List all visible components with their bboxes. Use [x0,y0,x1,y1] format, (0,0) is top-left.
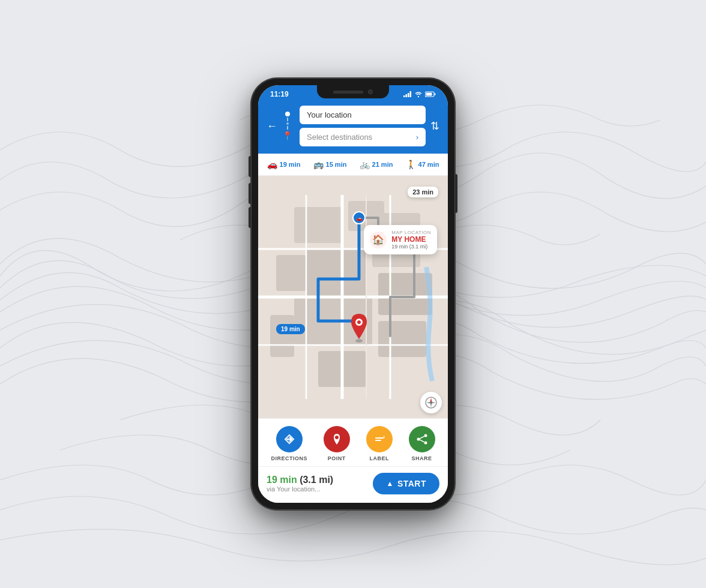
directions-icon [283,433,296,446]
svg-point-41 [417,438,420,441]
tab-walk[interactable]: 🚶 47 min [402,158,443,170]
origin-input[interactable]: Your location [300,106,426,124]
tab-car[interactable]: 🚗 19 min [264,158,304,170]
directions-label: DIRECTIONS [271,455,307,461]
back-button[interactable]: ← [267,120,277,133]
tab-bus[interactable]: 🚌 15 min [310,158,351,170]
svg-rect-3 [410,91,412,97]
popup-label-main: MY HOME [391,235,431,244]
share-label: SHARE [412,455,432,461]
popup-home-icon: 🏠 [370,232,387,248]
svg-rect-6 [426,93,432,96]
notch [317,85,389,98]
dot-mid-1 [286,122,289,125]
status-time: 11:19 [270,90,289,98]
svg-point-29 [357,320,361,324]
car-icon: 🚗 [267,160,277,169]
svg-line-44 [420,440,424,442]
map-area[interactable]: 🚗 23 min 19 min 🏠 MAP LOCATION [258,176,448,418]
map-svg: 🚗 [258,176,448,418]
chevron-right-icon: › [416,133,418,142]
point-icon [330,433,343,446]
label-button[interactable]: LABEL [366,426,393,461]
location-inputs: ← 📍 Your location Select destinatio [267,106,439,146]
start-label: START [397,479,426,488]
svg-rect-12 [276,255,306,291]
svg-rect-16 [270,315,294,357]
wifi-icon [415,91,422,97]
directions-button[interactable]: DIRECTIONS [271,426,307,461]
trip-info: 19 min (3.1 mi) via Your location... [267,475,333,493]
origin-dot [285,112,290,116]
connector-line-1 [287,118,288,121]
battery-icon [425,91,436,97]
svg-point-36 [335,436,339,439]
connector-line-2 [287,126,288,130]
bike-time: 21 min [372,161,393,168]
svg-rect-8 [294,207,342,243]
label-circle [366,426,393,452]
point-button[interactable]: POINT [324,426,350,461]
share-circle [409,426,435,452]
screen: 11:19 [258,85,448,503]
compass-button[interactable] [420,392,442,413]
share-button[interactable]: SHARE [409,426,435,461]
svg-point-27 [355,339,363,343]
swap-button[interactable]: ⇅ [430,119,439,133]
signal-icon [403,91,412,97]
svg-line-43 [420,436,424,439]
phone-frame: 11:19 [251,78,455,510]
point-circle [324,426,350,452]
svg-rect-2 [408,93,409,97]
compass-icon [425,397,437,409]
destination-input[interactable]: Select destinations › [300,128,426,146]
car-time: 19 min [280,161,301,168]
status-icons [403,91,436,97]
app-header: ← 📍 Your location Select destinatio [258,101,448,154]
svg-rect-1 [406,94,408,97]
popup-sub-text: 19 min (3.1 mi) [391,244,431,250]
popup-content: MAP LOCATION MY HOME 19 min (3.1 mi) [391,230,431,250]
phone-mockup: 11:19 [251,78,455,510]
label-label: LABEL [369,455,389,461]
svg-rect-15 [378,321,426,357]
directions-circle [276,426,303,452]
start-button[interactable]: ▲ START [373,473,439,494]
walk-time: 47 min [418,161,439,168]
bottom-bar: 19 min (3.1 mi) via Your location... ▲ S… [258,466,448,503]
svg-rect-37 [375,437,384,439]
trip-time: 19 min (3.1 mi) [267,475,333,485]
point-label: POINT [328,455,346,461]
svg-rect-5 [435,94,436,95]
share-icon [415,433,429,446]
svg-rect-13 [378,273,432,315]
walk-icon: 🚶 [406,160,416,169]
origin-text: Your location [307,110,352,119]
navigation-icon: ▲ [386,479,393,488]
transport-tabs: 🚗 19 min 🚌 15 min 🚲 21 min 🚶 47 min [258,154,448,176]
location-popup[interactable]: 🏠 MAP LOCATION MY HOME 19 min (3.1 mi) [364,225,437,254]
svg-point-42 [424,442,427,445]
svg-rect-10 [306,249,366,297]
tab-bike[interactable]: 🚲 21 min [356,158,397,170]
svg-marker-38 [384,435,385,438]
svg-rect-39 [375,440,381,441]
bus-time: 15 min [326,161,347,168]
svg-point-40 [424,434,427,437]
svg-rect-0 [403,95,405,97]
bus-icon: 🚌 [313,160,324,169]
inputs-column: Your location Select destinations › [300,106,426,146]
speaker [333,91,363,94]
destination-placeholder: Select destinations [307,133,372,142]
route-duration-badge: 19 min [276,324,305,334]
popup-label-small: MAP LOCATION [391,230,431,235]
destination-pin-icon: 📍 [282,131,292,140]
action-buttons: DIRECTIONS POINT [258,418,448,466]
route-time-badge: 23 min [408,187,438,197]
svg-text:🚗: 🚗 [356,215,363,222]
front-camera [368,89,373,94]
bike-icon: 🚲 [360,160,370,169]
trip-via: via Your location... [267,485,333,493]
label-icon [373,433,386,446]
